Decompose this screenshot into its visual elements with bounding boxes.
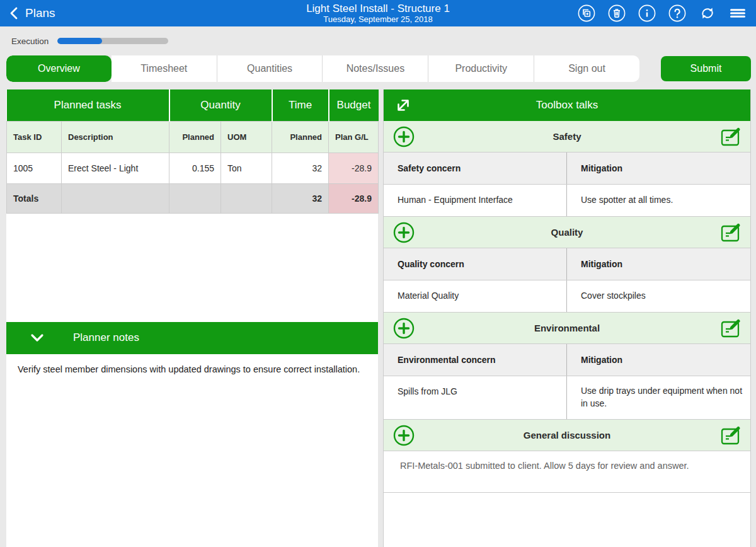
environmental-concern-header: Environmental concern — [384, 344, 567, 376]
totals-label: Totals — [7, 183, 62, 213]
mitigation-header: Mitigation — [567, 344, 750, 376]
description-cell: Erect Steel - Light — [62, 153, 169, 183]
uom-cell: Ton — [221, 153, 272, 183]
expand-button[interactable] — [394, 96, 413, 115]
environmental-concern-cell: Spills from JLG — [384, 376, 567, 419]
back-button[interactable]: Plans — [0, 4, 55, 22]
mitigation-header: Mitigation — [567, 248, 750, 280]
execution-label: Execution — [11, 37, 49, 46]
execution-row: Execution — [0, 26, 756, 55]
planned-tasks-table: Planned tasks Quantity Time Budget Task … — [6, 89, 379, 214]
col-header-time-planned: Planned — [272, 121, 329, 153]
plan-date: Tuesday, September 25, 2018 — [323, 14, 432, 24]
totals-empty — [62, 183, 169, 213]
tab-timesheet[interactable]: Timesheet — [112, 55, 217, 82]
tab-overview[interactable]: Overview — [6, 55, 112, 82]
left-panel-spacer — [6, 214, 378, 322]
environmental-table-header: Environmental concern Mitigation — [384, 344, 750, 376]
add-quality-button[interactable] — [392, 221, 415, 244]
environmental-title: Environmental — [534, 323, 600, 333]
col-header-qty-planned: Planned — [169, 121, 221, 153]
quality-concern-cell: Material Quality — [384, 280, 567, 312]
quality-row[interactable]: Material Quality Cover stockpiles — [384, 280, 750, 313]
environmental-row[interactable]: Spills from JLG Use drip trays under equ… — [384, 376, 750, 420]
edit-general-discussion-button[interactable] — [720, 425, 743, 446]
tab-productivity[interactable]: Productivity — [428, 55, 534, 82]
general-discussion-note[interactable]: RFI-Metals-001 submitted to client. Allo… — [384, 451, 750, 493]
mitigation-header: Mitigation — [567, 153, 750, 184]
safety-mitigation-cell: Use spotter at all times. — [567, 185, 750, 216]
plan-gl-cell: -28.9 — [329, 153, 379, 183]
section-header-quality: Quality — [384, 217, 750, 248]
totals-empty — [221, 183, 272, 213]
group-header-time: Time — [272, 89, 329, 121]
edit-quality-button[interactable] — [720, 222, 743, 243]
col-header-task-id: Task ID — [7, 121, 62, 153]
column-header-row: Task ID Description Planned UOM Planned … — [7, 121, 379, 153]
info-button[interactable] — [638, 5, 655, 22]
main-content: Planned tasks Quantity Time Budget Task … — [0, 89, 756, 547]
edit-note-icon — [720, 425, 743, 446]
section-header-safety: Safety — [384, 121, 750, 153]
safety-concern-header: Safety concern — [384, 153, 567, 184]
edit-safety-button[interactable] — [720, 127, 743, 147]
help-button[interactable] — [668, 5, 685, 22]
table-row[interactable]: 1005 Erect Steel - Light 0.155 Ton 32 -2… — [7, 153, 379, 183]
header-actions — [578, 5, 756, 22]
edit-environmental-button[interactable] — [720, 318, 743, 338]
chevron-down-icon — [28, 329, 47, 347]
back-chevron-icon — [8, 4, 20, 22]
tab-notes-issues[interactable]: Notes/Issues — [323, 55, 428, 82]
toolbox-talks-title: Toolbox talks — [536, 99, 598, 112]
sync-button[interactable] — [699, 5, 716, 22]
add-environmental-button[interactable] — [392, 317, 415, 340]
time-planned-cell: 32 — [272, 153, 329, 183]
tab-quantities[interactable]: Quantities — [217, 55, 323, 82]
safety-table-header: Safety concern Mitigation — [384, 153, 750, 185]
tab-bar: Overview Timesheet Quantities Notes/Issu… — [0, 55, 756, 82]
totals-empty — [169, 183, 221, 213]
planner-notes-header[interactable]: Planner notes — [6, 322, 378, 354]
qty-planned-cell: 0.155 — [169, 153, 221, 183]
quality-mitigation-cell: Cover stockpiles — [567, 280, 750, 312]
totals-plan-gl: -28.9 — [329, 183, 379, 213]
toolbox-talks-header: Toolbox talks — [384, 89, 750, 121]
trash-icon — [608, 4, 626, 22]
col-header-plan-gl: Plan G/L — [329, 121, 379, 153]
col-header-uom: UOM — [221, 121, 272, 153]
task-id-cell: 1005 — [7, 153, 62, 183]
hamburger-icon — [729, 4, 747, 22]
tab-sign-out[interactable]: Sign out — [534, 55, 639, 82]
copy-button[interactable] — [578, 5, 595, 22]
toolbox-talks-panel: Toolbox talks Safety — [383, 89, 751, 547]
planner-notes-text: Verify steel member dimensions with upda… — [6, 354, 378, 547]
edit-note-icon — [720, 222, 743, 243]
totals-time-planned: 32 — [272, 183, 329, 213]
top-bar: Plans Light Steel Install - Structure 1 … — [0, 0, 756, 26]
plus-circle-icon — [392, 125, 415, 148]
edit-note-icon — [720, 318, 743, 338]
expand-icon — [394, 96, 413, 115]
safety-title: Safety — [553, 131, 581, 142]
submit-button[interactable]: Submit — [661, 56, 751, 81]
totals-row: Totals 32 -28.9 — [7, 183, 379, 213]
safety-row[interactable]: Human - Equipment Interface Use spotter … — [384, 185, 750, 217]
quality-concern-header: Quality concern — [384, 248, 567, 280]
section-header-environmental: Environmental — [384, 313, 750, 344]
sync-icon — [699, 4, 716, 22]
plus-circle-icon — [392, 317, 415, 340]
add-safety-button[interactable] — [392, 125, 415, 148]
plus-circle-icon — [392, 424, 415, 447]
general-discussion-title: General discussion — [524, 430, 610, 440]
group-header-row: Planned tasks Quantity Time Budget — [7, 89, 379, 121]
menu-button[interactable] — [729, 5, 746, 22]
edit-note-icon — [720, 127, 743, 147]
copy-icon — [578, 4, 595, 22]
group-header-quantity: Quantity — [169, 89, 272, 121]
back-label: Plans — [25, 6, 55, 20]
tabs: Overview Timesheet Quantities Notes/Issu… — [6, 55, 639, 82]
add-general-discussion-button[interactable] — [392, 424, 415, 447]
delete-button[interactable] — [608, 5, 625, 22]
plus-circle-icon — [392, 221, 415, 244]
group-header-planned-tasks: Planned tasks — [7, 89, 169, 121]
